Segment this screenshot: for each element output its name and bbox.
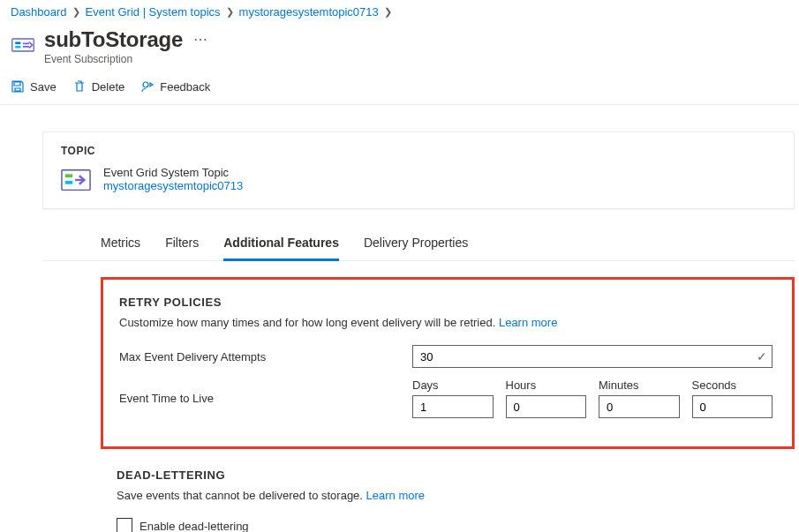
ttl-seconds-input[interactable]	[692, 395, 773, 418]
max-attempts-input[interactable]	[412, 345, 773, 368]
topic-card: TOPIC Event Grid System Topic mystorages…	[42, 131, 795, 209]
checkbox-icon	[117, 518, 132, 532]
svg-rect-6	[65, 181, 73, 184]
ttl-seconds-label: Seconds	[692, 378, 773, 392]
retry-title: RETRY POLICIES	[119, 296, 773, 309]
save-button[interactable]: Save	[11, 79, 57, 94]
topic-name-link[interactable]: mystoragesystemtopic0713	[103, 179, 243, 192]
topic-type-label: Event Grid System Topic	[103, 166, 243, 179]
ttl-hours-label: Hours	[506, 378, 587, 392]
deadletter-title: DEAD-LETTERING	[117, 468, 775, 482]
tab-metrics[interactable]: Metrics	[101, 230, 140, 261]
save-label: Save	[30, 80, 57, 94]
svg-rect-0	[12, 39, 34, 51]
page-subtitle: Event Subscription	[44, 53, 788, 65]
save-icon	[11, 79, 25, 94]
page-header: subToStorage ⋯ Event Subscription	[0, 22, 799, 76]
delete-label: Delete	[92, 80, 125, 94]
breadcrumb-dashboard[interactable]: Dashboard	[11, 5, 67, 19]
chevron-right-icon: ❯	[384, 6, 392, 18]
enable-deadletter-checkbox[interactable]: Enable dead-lettering	[117, 518, 775, 532]
feedback-button[interactable]: Feedback	[140, 79, 210, 94]
tab-filters[interactable]: Filters	[165, 230, 199, 261]
max-attempts-label: Max Event Delivery Attempts	[119, 350, 412, 363]
delete-icon	[72, 79, 87, 94]
deadletter-learn-more-link[interactable]: Learn more	[366, 489, 425, 502]
chevron-right-icon: ❯	[226, 6, 234, 18]
ttl-minutes-label: Minutes	[599, 378, 680, 392]
dead-lettering-section: DEAD-LETTERING Save events that cannot b…	[101, 449, 795, 532]
event-grid-topic-icon	[61, 168, 91, 192]
more-actions-button[interactable]: ⋯	[193, 33, 207, 47]
ttl-label: Event Time to Live	[119, 392, 412, 405]
enable-deadletter-label: Enable dead-lettering	[139, 520, 249, 533]
feedback-label: Feedback	[160, 80, 210, 94]
chevron-right-icon: ❯	[72, 6, 80, 18]
command-bar: Save Delete Feedback	[0, 76, 799, 105]
retry-policies-section: RETRY POLICIES Customize how many times …	[101, 277, 795, 449]
page-title: subToStorage	[44, 27, 183, 52]
tab-additional-features[interactable]: Additional Features	[223, 230, 339, 261]
breadcrumb: Dashboard ❯ Event Grid | System topics ❯…	[0, 0, 799, 22]
tab-bar: Metrics Filters Additional Features Deli…	[42, 225, 795, 261]
delete-button[interactable]: Delete	[72, 79, 125, 94]
topic-section-label: TOPIC	[61, 145, 776, 157]
event-subscription-icon	[11, 33, 35, 57]
ttl-row: Event Time to Live Days Hours Minutes	[119, 378, 773, 418]
breadcrumb-topicname[interactable]: mystoragesystemtopic0713	[239, 5, 379, 19]
svg-rect-1	[15, 42, 20, 45]
deadletter-description: Save events that cannot be delivered to …	[117, 489, 775, 502]
breadcrumb-systemtopics[interactable]: Event Grid | System topics	[86, 5, 221, 19]
feedback-icon	[140, 79, 155, 94]
ttl-days-input[interactable]	[412, 395, 494, 418]
retry-description: Customize how many times and for how lon…	[119, 316, 773, 329]
svg-rect-5	[65, 174, 73, 177]
ttl-hours-input[interactable]	[506, 395, 587, 418]
svg-point-3	[143, 82, 148, 87]
retry-learn-more-link[interactable]: Learn more	[499, 316, 557, 329]
ttl-minutes-input[interactable]	[599, 395, 680, 418]
svg-rect-2	[15, 46, 20, 49]
max-attempts-row: Max Event Delivery Attempts ✓	[119, 345, 773, 368]
tab-delivery-properties[interactable]: Delivery Properties	[364, 230, 468, 261]
ttl-days-label: Days	[412, 378, 494, 392]
